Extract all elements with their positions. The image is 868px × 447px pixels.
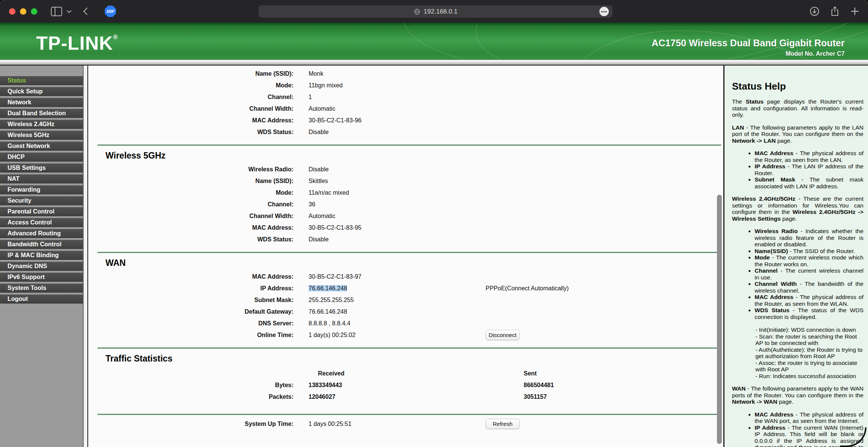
row-label: Packets: <box>88 394 293 400</box>
row-label: Channel Width: <box>88 105 293 112</box>
help-wds-state-line: - Auth(Autheticate): the Router is tryin… <box>755 346 863 360</box>
row-value: 30-B5-C2-C1-83-96 <box>309 117 486 124</box>
value-text: 1 <box>309 94 312 100</box>
status-row: Channel Width:Automatic <box>88 210 723 222</box>
section-separator <box>98 414 721 415</box>
value-text: 1 day(s) 00:25:02 <box>309 332 356 338</box>
share-icon[interactable] <box>830 6 840 17</box>
sidebar-item-usb-settings[interactable]: USB Settings <box>0 163 83 172</box>
downloads-button[interactable] <box>809 6 820 17</box>
sidebar-item-ip-mac-binding[interactable]: IP & MAC Binding <box>0 251 83 260</box>
help-bullet-item: Wireless Radio - Indicates whether the w… <box>755 228 863 248</box>
minimize-window-button[interactable] <box>20 8 26 15</box>
sidebar-item-forwarding[interactable]: Forwarding <box>0 185 83 194</box>
sidebar-item-advanced-routing[interactable]: Advanced Routing <box>0 229 83 238</box>
traffic-table-header: ReceivedSent <box>88 368 723 379</box>
row-value: 1 days 00:25:51 <box>309 421 486 427</box>
disconnect-button[interactable]: Disconnect <box>486 330 520 340</box>
help-wds-state-line: - Scan: the router is searching the Root… <box>755 333 863 346</box>
row-value: 11a/n/ac mixed <box>309 189 486 196</box>
help-title: Status Help <box>732 81 863 92</box>
row-value: Disable <box>309 166 486 173</box>
sidebar-item-label: Wireless 5GHz <box>8 132 49 139</box>
sidebar-item-network[interactable]: Network <box>0 98 83 107</box>
sidebar-item-label: Bandwidth Control <box>8 241 61 248</box>
section-separator <box>98 252 721 253</box>
sidebar-item-logout[interactable]: Logout <box>0 294 83 304</box>
row-value: 11bgn mixed <box>309 82 486 89</box>
router-model: Model No. Archer C7 <box>785 50 845 57</box>
help-bullet-item: Mode - The current wireless mode which t… <box>755 254 863 267</box>
traffic-col-sent: Sent <box>486 370 723 377</box>
sidebar-item-nat[interactable]: NAT <box>0 174 83 183</box>
sidebar-item-access-control[interactable]: Access Control <box>0 218 83 227</box>
row-value: 36 <box>309 201 486 208</box>
sidebar-item-dhcp[interactable]: DHCP <box>0 153 83 162</box>
status-row: MAC Address:30-B5-C2-C1-83-95 <box>88 222 723 233</box>
traffic-sent-value: 866504481 <box>486 382 723 389</box>
traffic-row: Packets:120460273051157 <box>88 391 723 403</box>
sidebar-item-label: Access Control <box>8 219 52 226</box>
zoom-window-button[interactable] <box>31 8 37 15</box>
browser-window: ABP 192.168.0.1 ••• <box>0 0 868 447</box>
row-value: 255.255.255.255 <box>309 297 486 304</box>
sidebar-item-label: Parental Control <box>8 208 54 215</box>
sidebar-item-security[interactable]: Security <box>0 196 83 205</box>
sidebar-item-quick-setup[interactable]: Quick Setup <box>0 87 83 96</box>
row-label: WDS Status: <box>88 129 293 136</box>
help-paragraph: LAN - The following parameters apply to … <box>732 124 863 144</box>
router-header-banner: TP-LINK® AC1750 Wireless Dual Band Gigab… <box>0 23 868 59</box>
new-tab-button[interactable] <box>850 6 860 16</box>
adblock-icon[interactable]: ABP <box>105 6 116 17</box>
row-label: Wireless Radio: <box>88 166 293 173</box>
address-bar[interactable]: 192.168.0.1 ••• <box>258 5 613 18</box>
sidebar-item-parental-control[interactable]: Parental Control <box>0 207 83 216</box>
status-row: WDS Status:Disable <box>88 233 723 245</box>
vertical-scrollbar[interactable] <box>717 195 722 444</box>
refresh-button[interactable]: Refresh <box>486 419 520 429</box>
sidebar-item-label: USB Settings <box>8 165 46 171</box>
sidebar-divider <box>83 66 88 447</box>
sidebar-item-wireless-2-4ghz[interactable]: Wireless 2.4GHz <box>0 120 83 129</box>
section-heading-traffic-statistics: Traffic Statistics <box>105 354 723 364</box>
status-row: Mode:11a/n/ac mixed <box>88 187 723 198</box>
row-value: Disable <box>309 236 486 243</box>
sidebar-item-wireless-5ghz[interactable]: Wireless 5GHz <box>0 131 83 140</box>
back-button[interactable] <box>83 8 91 15</box>
help-paragraph: Wireless 2.4GHz/5GHz - These are the cur… <box>732 195 863 222</box>
value-text: Automatic <box>309 105 335 112</box>
globe-icon <box>414 8 420 15</box>
status-row: Channel:36 <box>88 198 723 210</box>
help-bullet-item: WDS Status - The status of the WDS conne… <box>755 307 863 320</box>
status-row: System Up Time:1 days 00:25:51Refresh <box>88 418 723 430</box>
sidebar-toggle-icon[interactable] <box>51 7 62 16</box>
row-value: Disable <box>309 129 486 136</box>
value-text: 8.8.8.8 , 8.8.4.4 <box>309 320 350 326</box>
close-window-button[interactable] <box>9 8 15 15</box>
row-value: 1 <box>309 94 486 101</box>
sidebar-item-bandwidth-control[interactable]: Bandwidth Control <box>0 240 83 249</box>
window-controls <box>9 8 37 15</box>
row-label: MAC Address: <box>88 273 293 280</box>
sidebar-item-status[interactable]: Status <box>0 76 83 85</box>
sidebar-item-label: Quick Setup <box>8 88 43 95</box>
value-text: 11a/n/ac mixed <box>309 189 349 196</box>
tplink-logo: TP-LINK® <box>36 32 118 54</box>
row-label: Name (SSID): <box>88 178 293 185</box>
traffic-received-value: 12046027 <box>309 394 486 400</box>
row-label: Channel: <box>88 94 293 101</box>
help-content: The Status page displays the Router's cu… <box>732 98 863 447</box>
row-value: 76.66.146.248 <box>309 285 486 292</box>
traffic-received-value: 1383349443 <box>309 382 486 389</box>
traffic-col-received: Received <box>309 370 486 377</box>
chevron-down-icon[interactable] <box>67 8 72 13</box>
sidebar-item-ipv6-support[interactable]: IPv6 Support <box>0 273 83 282</box>
status-row: MAC Address:30-B5-C2-C1-83-97 <box>88 271 723 282</box>
sidebar-item-label: Advanced Routing <box>8 230 61 237</box>
sidebar-item-dynamic-dns[interactable]: Dynamic DNS <box>0 262 83 271</box>
page-settings-button[interactable]: ••• <box>599 7 609 16</box>
sidebar-item-guest-network[interactable]: Guest Network <box>0 142 83 151</box>
row-value: 30-B5-C2-C1-83-97 <box>309 273 486 280</box>
sidebar-item-system-tools[interactable]: System Tools <box>0 284 83 293</box>
sidebar-item-dual-band-selection[interactable]: Dual Band Selection <box>0 109 83 118</box>
